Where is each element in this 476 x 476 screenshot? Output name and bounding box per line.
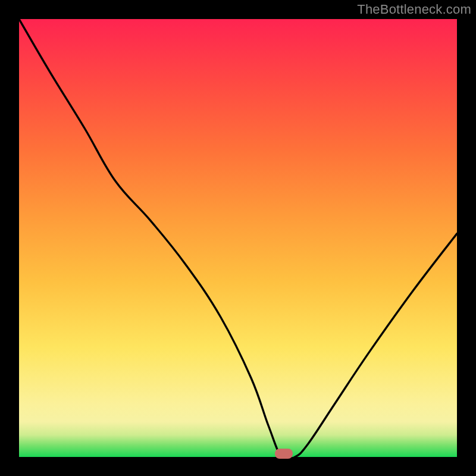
- bottleneck-curve: [19, 19, 457, 457]
- plot-area: [19, 19, 457, 457]
- optimum-marker: [275, 449, 293, 459]
- watermark-text: TheBottleneck.com: [357, 2, 471, 17]
- chart-frame: TheBottleneck.com: [0, 0, 476, 476]
